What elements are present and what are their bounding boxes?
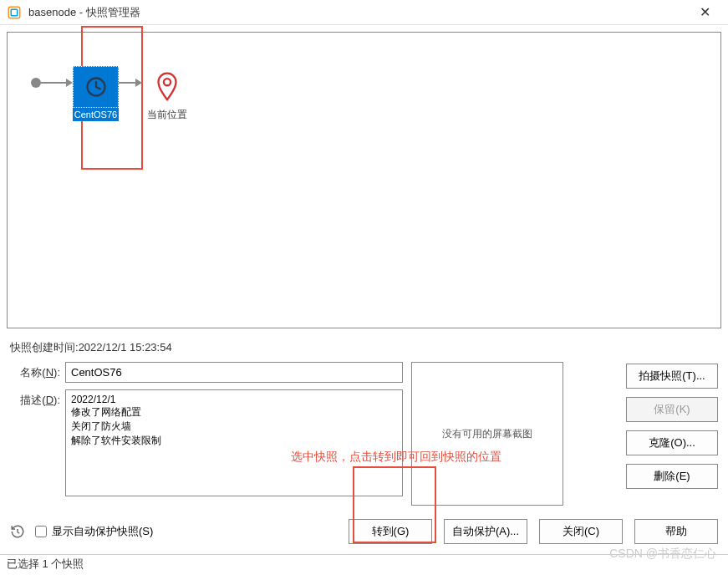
snapshot-icon-box [73, 66, 119, 108]
svg-rect-0 [8, 7, 20, 18]
statusbar: 已选择 1 个快照 [0, 554, 728, 572]
delete-button[interactable]: 删除(E) [626, 464, 718, 489]
form-column: 名称(N): 描述(D): [10, 362, 403, 506]
svg-point-5 [164, 79, 171, 85]
keep-button: 保留(K) [626, 397, 718, 422]
goto-button[interactable]: 转到(G) [349, 519, 432, 544]
svg-line-4 [96, 87, 100, 89]
titlebar: basenode - 快照管理器 ✕ [0, 0, 728, 25]
svg-rect-1 [11, 9, 18, 16]
create-time-row: 快照创建时间:2022/12/1 15:23:54 [10, 340, 718, 355]
autoprotect-button[interactable]: 自动保护(A)... [444, 519, 527, 544]
bottom-bar: 显示自动保护快照(S) 转到(G) 自动保护(A)... 关闭(C) 帮助 [0, 512, 728, 554]
svg-line-7 [18, 532, 19, 534]
close-window-button[interactable]: ✕ [688, 1, 721, 24]
tree-arrow-icon [66, 79, 73, 87]
tree-root-dot [31, 78, 41, 88]
window-title: basenode - 快照管理器 [28, 5, 688, 20]
clock-icon [84, 75, 108, 99]
clone-button[interactable]: 克隆(O)... [626, 430, 718, 455]
create-time-label: 快照创建时间: [10, 341, 79, 354]
help-button[interactable]: 帮助 [634, 519, 718, 544]
snapshot-tree: CentOS76 当前位置 [16, 41, 712, 122]
autoprotect-checkbox-label: 显示自动保护快照(S) [52, 524, 153, 539]
location-pin-icon [155, 71, 179, 103]
tree-connector [119, 82, 135, 84]
take-snapshot-button[interactable]: 拍摄快照(T)... [626, 364, 718, 389]
right-button-column: 拍摄快照(T)... 保留(K) 克隆(O)... 删除(E) [626, 362, 718, 506]
tree-connector [41, 82, 66, 84]
autoprotect-checkbox-wrap[interactable]: 显示自动保护快照(S) [35, 524, 337, 539]
close-button[interactable]: 关闭(C) [539, 519, 623, 544]
autoprotect-checkbox[interactable] [35, 526, 47, 537]
snapshot-node-centos76[interactable]: CentOS76 [73, 66, 119, 121]
tree-arrow-icon [135, 79, 142, 87]
current-position-node[interactable]: 当前位置 [147, 66, 187, 122]
create-time-value: 2022/12/1 15:23:54 [79, 341, 172, 354]
statusbar-text: 已选择 1 个快照 [7, 557, 84, 572]
screenshot-preview-box: 没有可用的屏幕截图 [411, 362, 563, 506]
description-label: 描述(D): [10, 389, 65, 408]
snapshot-details-panel: 快照创建时间:2022/12/1 15:23:54 名称(N): 描述(D): … [0, 335, 728, 512]
app-icon [7, 5, 22, 20]
screenshot-placeholder-text: 没有可用的屏幕截图 [442, 427, 532, 441]
history-icon [10, 524, 25, 539]
name-input[interactable] [65, 362, 403, 383]
snapshot-node-label: CentOS76 [73, 108, 119, 121]
name-label: 名称(N): [10, 362, 65, 380]
current-position-label: 当前位置 [147, 108, 187, 122]
snapshot-tree-panel: CentOS76 当前位置 [7, 32, 721, 328]
description-textarea[interactable] [65, 389, 403, 496]
